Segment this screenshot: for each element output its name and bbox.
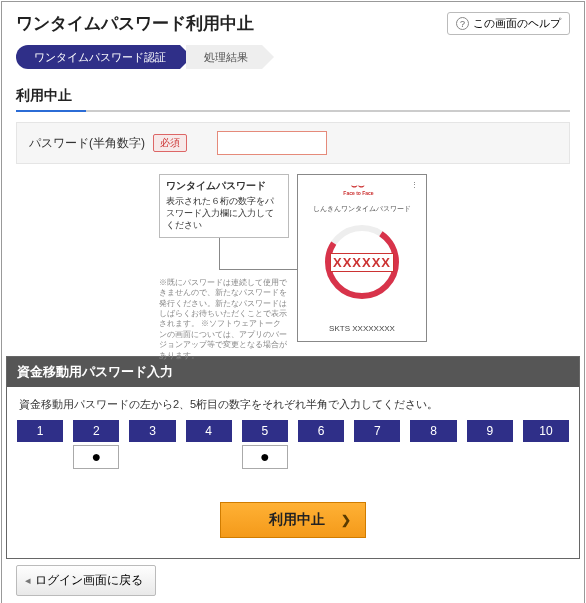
digit-static	[298, 445, 344, 469]
digit-static	[523, 445, 569, 469]
otp-note: ワンタイムパスワード 表示された６桁の数字をパスワード入力欄に入力してください	[159, 174, 289, 238]
step-next: 処理結果	[186, 45, 262, 69]
otp-note-title: ワンタイムパスワード	[166, 179, 282, 193]
digit-col: 3	[129, 420, 175, 472]
digit-col: 9	[467, 420, 513, 472]
digit-static	[410, 445, 456, 469]
digit-head: 1	[17, 420, 63, 442]
help-label: この画面のヘルプ	[473, 17, 561, 29]
digit-head: 9	[467, 420, 513, 442]
phone-ring: XXXXXX	[320, 220, 404, 304]
submit-label: 利用中止	[269, 511, 325, 527]
digit-static	[186, 445, 232, 469]
phone-mock: ⌣⌣Face to Face ⋮ しんきんワンタイムパスワード XXXXXX S…	[297, 174, 427, 342]
digit-col: 4	[186, 420, 232, 472]
phone-serial: SKTS XXXXXXXX	[298, 324, 426, 333]
phone-menu-icon: ⋮	[411, 181, 418, 189]
digit-col: 1	[17, 420, 63, 472]
otp-fineprint: ※既にパスワードは連続して使用できませんので、新たなパスワードを発行ください。新…	[159, 278, 289, 361]
required-badge: 必須	[153, 134, 187, 152]
digit-input[interactable]	[242, 445, 288, 469]
digit-col: 7	[354, 420, 400, 472]
digit-head: 7	[354, 420, 400, 442]
digit-static	[129, 445, 175, 469]
digit-col: 5	[242, 420, 288, 472]
help-button[interactable]: ?この画面のヘルプ	[447, 12, 570, 35]
phone-otp-code: XXXXXX	[330, 253, 394, 272]
digit-static	[354, 445, 400, 469]
chevron-right-icon: ❯	[341, 513, 351, 527]
digit-head: 8	[410, 420, 456, 442]
help-icon: ?	[456, 17, 469, 30]
submit-button[interactable]: 利用中止 ❯	[220, 502, 366, 538]
digit-head: 3	[129, 420, 175, 442]
phone-app-title: しんきんワンタイムパスワード	[298, 204, 426, 214]
digit-col: 2	[73, 420, 119, 472]
digit-head: 4	[186, 420, 232, 442]
phone-logo: ⌣⌣Face to Face	[343, 181, 373, 196]
digit-head: 10	[523, 420, 569, 442]
otp-note-body: 表示された６桁の数字をパスワード入力欄に入力してください	[166, 195, 282, 231]
digit-col: 8	[410, 420, 456, 472]
digit-head: 6	[298, 420, 344, 442]
section-rule	[16, 110, 570, 112]
back-label: ログイン画面に戻る	[35, 573, 143, 587]
section-title: 利用中止	[16, 87, 570, 108]
back-button[interactable]: ◂ログイン画面に戻る	[16, 565, 156, 596]
digit-row: 12345678910	[7, 420, 579, 484]
page-title: ワンタイムパスワード利用中止	[16, 12, 254, 35]
chevron-left-icon: ◂	[25, 574, 31, 586]
digit-static	[467, 445, 513, 469]
digit-col: 10	[523, 420, 569, 472]
password-label: パスワード(半角数字)	[29, 135, 145, 152]
digit-head: 2	[73, 420, 119, 442]
digit-head: 5	[242, 420, 288, 442]
step-active: ワンタイムパスワード認証	[16, 45, 180, 69]
transfer-instruction: 資金移動用パスワードの左から2、5桁目の数字をそれぞれ半角で入力してください。	[7, 387, 579, 420]
digit-col: 6	[298, 420, 344, 472]
transfer-heading: 資金移動用パスワード入力	[7, 357, 579, 387]
digit-static	[17, 445, 63, 469]
breadcrumb: ワンタイムパスワード認証 処理結果	[2, 43, 584, 83]
digit-input[interactable]	[73, 445, 119, 469]
password-input[interactable]	[217, 131, 327, 155]
